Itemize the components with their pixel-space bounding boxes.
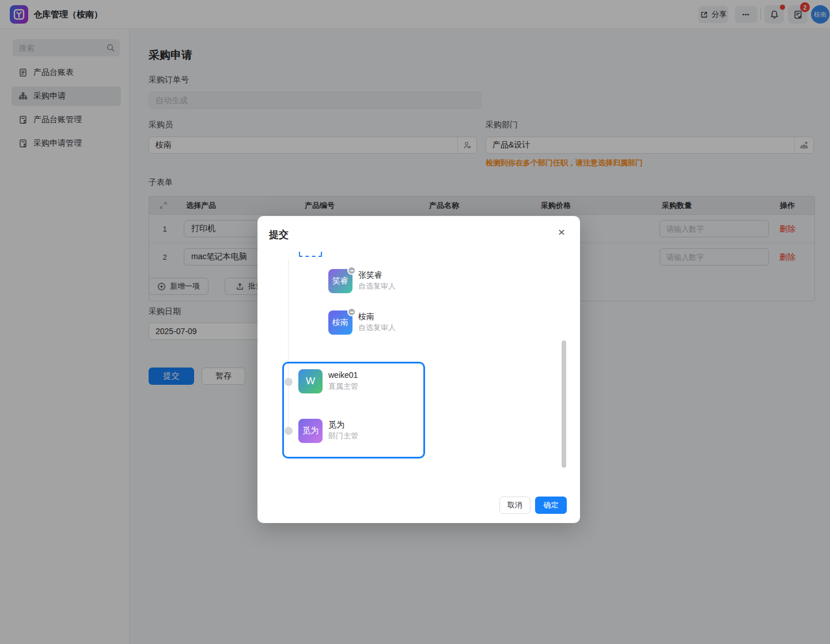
- approver-role: 直属主管: [328, 381, 358, 392]
- approver-node[interactable]: 笑睿 张笑睿 自选复审人: [328, 269, 501, 294]
- confirm-button[interactable]: 确定: [535, 497, 567, 514]
- avatar: 觅为: [298, 419, 323, 443]
- approver-role: 部门主管: [328, 431, 358, 441]
- avatar: W: [298, 369, 323, 393]
- cancel-button[interactable]: 取消: [499, 497, 530, 514]
- approver-node[interactable]: W weike01 直属主管: [298, 369, 471, 395]
- approver-node[interactable]: 桉南 桉南 自选复审人: [328, 310, 501, 336]
- remove-approver-icon[interactable]: [347, 308, 356, 316]
- approver-role: 自选复审人: [358, 323, 396, 333]
- screen: 仓库管理（桉南） 分享 ⋯: [0, 0, 830, 644]
- approver-role: 自选复审人: [358, 281, 396, 291]
- approver-name: 桉南: [358, 312, 374, 322]
- flow-node-dot: [285, 427, 293, 435]
- approver-name: 张笑睿: [358, 270, 382, 281]
- close-icon[interactable]: ×: [555, 225, 569, 239]
- remove-approver-icon[interactable]: [347, 266, 356, 275]
- modal-scrollbar[interactable]: [562, 340, 566, 468]
- approver-node[interactable]: 觅为 觅为 部门主管: [298, 419, 471, 444]
- dialog-title: 提交: [269, 228, 289, 241]
- approver-name: 觅为: [328, 420, 344, 430]
- submit-dialog: 提交 × 笑睿 张笑睿 自选复审人 桉南 桉南 自选复审人 W weike01 …: [257, 216, 580, 523]
- flow-node-dot: [285, 378, 293, 386]
- approver-name: weike01: [328, 370, 358, 380]
- clipped-dashed-node-outline: [299, 252, 322, 257]
